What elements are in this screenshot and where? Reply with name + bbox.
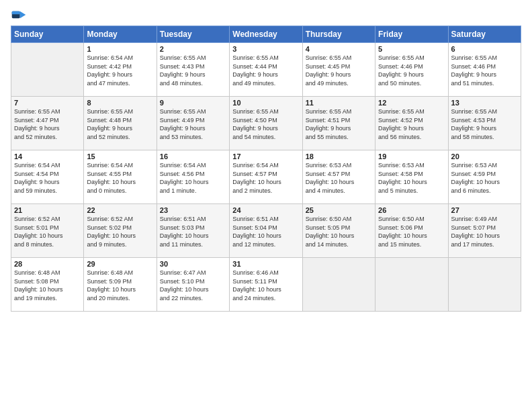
day-info: Sunrise: 6:52 AM Sunset: 5:02 PM Dayligh… (87, 215, 153, 248)
calendar-cell: 5Sunrise: 6:55 AM Sunset: 4:46 PM Daylig… (375, 43, 448, 97)
day-number: 10 (232, 99, 299, 107)
calendar-cell: 28Sunrise: 6:48 AM Sunset: 5:08 PM Dayli… (11, 258, 84, 312)
calendar-cell (448, 258, 521, 312)
day-number: 20 (451, 152, 518, 161)
calendar-cell (11, 43, 84, 97)
day-info: Sunrise: 6:49 AM Sunset: 5:07 PM Dayligh… (451, 215, 518, 248)
day-info: Sunrise: 6:54 AM Sunset: 4:56 PM Dayligh… (160, 161, 226, 195)
day-info: Sunrise: 6:50 AM Sunset: 5:05 PM Dayligh… (306, 215, 372, 248)
day-info: Sunrise: 6:52 AM Sunset: 5:01 PM Dayligh… (14, 215, 81, 248)
day-number: 1 (87, 45, 153, 53)
weekday-header: Friday (375, 26, 448, 43)
day-number: 15 (87, 152, 153, 161)
weekday-header: Thursday (302, 26, 375, 43)
header-row: SundayMondayTuesdayWednesdayThursdayFrid… (11, 26, 521, 43)
calendar-week-row: 28Sunrise: 6:48 AM Sunset: 5:08 PM Dayli… (11, 258, 521, 312)
day-number: 8 (87, 99, 153, 107)
day-info: Sunrise: 6:47 AM Sunset: 5:10 PM Dayligh… (160, 269, 226, 302)
calendar-cell: 21Sunrise: 6:52 AM Sunset: 5:01 PM Dayli… (11, 204, 84, 258)
day-number: 18 (306, 152, 372, 161)
logo (11, 7, 30, 23)
calendar-cell: 24Sunrise: 6:51 AM Sunset: 5:04 PM Dayli… (230, 204, 302, 258)
calendar-cell: 18Sunrise: 6:53 AM Sunset: 4:57 PM Dayli… (302, 150, 375, 204)
day-info: Sunrise: 6:50 AM Sunset: 5:06 PM Dayligh… (378, 215, 445, 248)
calendar-cell: 13Sunrise: 6:55 AM Sunset: 4:53 PM Dayli… (448, 97, 521, 150)
day-number: 4 (306, 45, 372, 53)
day-info: Sunrise: 6:55 AM Sunset: 4:46 PM Dayligh… (451, 54, 518, 87)
day-info: Sunrise: 6:48 AM Sunset: 5:08 PM Dayligh… (14, 269, 81, 302)
weekday-header: Monday (84, 26, 157, 43)
calendar-week-row: 14Sunrise: 6:54 AM Sunset: 4:54 PM Dayli… (11, 150, 521, 204)
header (11, 7, 521, 23)
page-container: SundayMondayTuesdayWednesdayThursdayFrid… (0, 0, 532, 318)
day-number: 25 (306, 206, 372, 214)
calendar-cell: 3Sunrise: 6:55 AM Sunset: 4:44 PM Daylig… (230, 43, 302, 97)
calendar-table: SundayMondayTuesdayWednesdayThursdayFrid… (11, 26, 521, 312)
day-number: 13 (451, 99, 518, 107)
day-number: 21 (14, 206, 81, 214)
day-number: 14 (14, 152, 81, 161)
day-number: 30 (160, 260, 226, 268)
calendar-cell: 26Sunrise: 6:50 AM Sunset: 5:06 PM Dayli… (375, 204, 448, 258)
day-info: Sunrise: 6:55 AM Sunset: 4:47 PM Dayligh… (14, 107, 81, 141)
calendar-cell: 1Sunrise: 6:54 AM Sunset: 4:42 PM Daylig… (84, 43, 157, 97)
calendar-cell: 27Sunrise: 6:49 AM Sunset: 5:07 PM Dayli… (448, 204, 521, 258)
day-number: 7 (14, 99, 81, 107)
calendar-cell (302, 258, 375, 312)
day-number: 22 (87, 206, 153, 214)
calendar-cell: 7Sunrise: 6:55 AM Sunset: 4:47 PM Daylig… (11, 97, 84, 150)
calendar-cell: 16Sunrise: 6:54 AM Sunset: 4:56 PM Dayli… (157, 150, 229, 204)
weekday-header: Tuesday (157, 26, 229, 43)
day-number: 2 (160, 45, 226, 53)
day-info: Sunrise: 6:55 AM Sunset: 4:53 PM Dayligh… (451, 107, 518, 141)
weekday-header: Wednesday (230, 26, 302, 43)
calendar-cell: 17Sunrise: 6:54 AM Sunset: 4:57 PM Dayli… (230, 150, 302, 204)
day-info: Sunrise: 6:53 AM Sunset: 4:57 PM Dayligh… (306, 161, 372, 195)
calendar-cell: 12Sunrise: 6:55 AM Sunset: 4:52 PM Dayli… (375, 97, 448, 150)
day-number: 9 (160, 99, 226, 107)
day-number: 5 (378, 45, 445, 53)
day-number: 11 (306, 99, 372, 107)
day-number: 31 (232, 260, 299, 268)
calendar-cell: 6Sunrise: 6:55 AM Sunset: 4:46 PM Daylig… (448, 43, 521, 97)
day-info: Sunrise: 6:55 AM Sunset: 4:51 PM Dayligh… (306, 107, 372, 141)
day-info: Sunrise: 6:55 AM Sunset: 4:45 PM Dayligh… (306, 54, 372, 87)
day-number: 19 (378, 152, 445, 161)
calendar-week-row: 1Sunrise: 6:54 AM Sunset: 4:42 PM Daylig… (11, 43, 521, 97)
day-info: Sunrise: 6:55 AM Sunset: 4:44 PM Dayligh… (232, 54, 299, 87)
svg-marker-1 (20, 11, 26, 18)
calendar-week-row: 7Sunrise: 6:55 AM Sunset: 4:47 PM Daylig… (11, 97, 521, 150)
day-number: 17 (232, 152, 299, 161)
day-number: 3 (232, 45, 299, 53)
day-info: Sunrise: 6:51 AM Sunset: 5:04 PM Dayligh… (232, 215, 299, 248)
day-info: Sunrise: 6:53 AM Sunset: 4:58 PM Dayligh… (378, 161, 445, 195)
day-info: Sunrise: 6:55 AM Sunset: 4:49 PM Dayligh… (160, 107, 226, 141)
day-info: Sunrise: 6:54 AM Sunset: 4:54 PM Dayligh… (14, 161, 81, 195)
day-info: Sunrise: 6:55 AM Sunset: 4:52 PM Dayligh… (378, 107, 445, 141)
calendar-cell: 14Sunrise: 6:54 AM Sunset: 4:54 PM Dayli… (11, 150, 84, 204)
day-info: Sunrise: 6:51 AM Sunset: 5:03 PM Dayligh… (160, 215, 226, 248)
day-info: Sunrise: 6:55 AM Sunset: 4:48 PM Dayligh… (87, 107, 153, 141)
day-number: 12 (378, 99, 445, 107)
calendar-week-row: 21Sunrise: 6:52 AM Sunset: 5:01 PM Dayli… (11, 204, 521, 258)
weekday-header: Saturday (448, 26, 521, 43)
day-number: 28 (14, 260, 81, 268)
calendar-cell: 8Sunrise: 6:55 AM Sunset: 4:48 PM Daylig… (84, 97, 157, 150)
day-info: Sunrise: 6:55 AM Sunset: 4:43 PM Dayligh… (160, 54, 226, 87)
calendar-cell: 29Sunrise: 6:48 AM Sunset: 5:09 PM Dayli… (84, 258, 157, 312)
calendar-cell: 23Sunrise: 6:51 AM Sunset: 5:03 PM Dayli… (157, 204, 229, 258)
calendar-cell: 20Sunrise: 6:53 AM Sunset: 4:59 PM Dayli… (448, 150, 521, 204)
day-info: Sunrise: 6:46 AM Sunset: 5:11 PM Dayligh… (232, 269, 299, 302)
svg-rect-2 (12, 11, 20, 14)
calendar-cell: 4Sunrise: 6:55 AM Sunset: 4:45 PM Daylig… (302, 43, 375, 97)
calendar-cell: 31Sunrise: 6:46 AM Sunset: 5:11 PM Dayli… (230, 258, 302, 312)
day-number: 23 (160, 206, 226, 214)
day-info: Sunrise: 6:53 AM Sunset: 4:59 PM Dayligh… (451, 161, 518, 195)
day-info: Sunrise: 6:54 AM Sunset: 4:57 PM Dayligh… (232, 161, 299, 195)
calendar-cell (375, 258, 448, 312)
calendar-cell: 9Sunrise: 6:55 AM Sunset: 4:49 PM Daylig… (157, 97, 229, 150)
calendar-cell: 30Sunrise: 6:47 AM Sunset: 5:10 PM Dayli… (157, 258, 229, 312)
day-number: 27 (451, 206, 518, 214)
calendar-cell: 15Sunrise: 6:54 AM Sunset: 4:55 PM Dayli… (84, 150, 157, 204)
day-info: Sunrise: 6:55 AM Sunset: 4:46 PM Dayligh… (378, 54, 445, 87)
